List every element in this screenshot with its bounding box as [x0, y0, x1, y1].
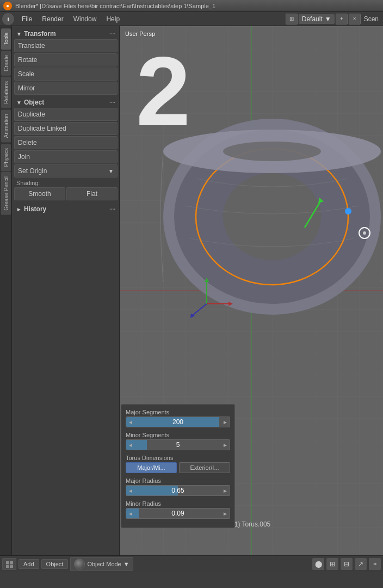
torus-dimensions-buttons: Major/Mi... Exterior/I... — [126, 462, 230, 473]
viewport-overlay-btn[interactable]: ⊞ — [326, 558, 338, 570]
torus-dimensions-field: Torus Dimensions Major/Mi... Exterior/I.… — [126, 455, 230, 473]
major-radius-slider[interactable]: ◄ 0.65 ► — [126, 485, 230, 496]
menu-window[interactable]: Window — [69, 14, 101, 24]
viewport-shade-btn[interactable]: ⬤ — [312, 558, 324, 570]
smooth-button[interactable]: Smooth — [14, 187, 65, 200]
vtab-relations[interactable]: Relations — [1, 77, 11, 108]
minor-radius-left-arrow-icon: ◄ — [128, 511, 133, 517]
flat-button[interactable]: Flat — [66, 187, 118, 200]
minor-segments-field: Minor Segments ◄ 5 ► — [126, 432, 230, 450]
torus-dimensions-label: Torus Dimensions — [126, 455, 230, 461]
screen-layout-icon[interactable]: ⊞ — [286, 14, 298, 24]
minor-segments-left-arrow-icon: ◄ — [128, 442, 133, 448]
vtab-animation[interactable]: Animation — [1, 109, 11, 142]
object-mode-dropdown[interactable]: Object Mode ▼ — [70, 557, 133, 571]
vtab-physics[interactable]: Physics — [1, 144, 11, 171]
svg-line-13 — [193, 304, 207, 315]
history-dots-icon: ···· — [109, 206, 115, 212]
info-icon[interactable]: i — [2, 13, 14, 25]
rotate-button[interactable]: Rotate — [14, 53, 118, 66]
minor-segments-label: Minor Segments — [126, 432, 230, 438]
major-mi-button[interactable]: Major/Mi... — [126, 462, 177, 473]
svg-point-5 — [223, 173, 321, 260]
duplicate-button[interactable]: Duplicate — [14, 108, 118, 121]
snap-btn[interactable]: ⊟ — [341, 558, 353, 570]
menu-file[interactable]: File — [17, 14, 36, 24]
minor-radius-field: Minor Radius ◄ 0.09 ► — [126, 500, 230, 519]
scene-label: Scen — [362, 15, 381, 23]
object-mode-sphere-icon — [74, 559, 85, 569]
object-dots-icon: ···· — [109, 100, 115, 106]
transform-dots-icon: ···· — [109, 31, 115, 37]
major-radius-left-arrow-icon: ◄ — [128, 488, 133, 494]
transform-arrow-icon: ▼ — [16, 31, 22, 37]
set-origin-dropdown[interactable]: Set Origin ▼ — [14, 164, 118, 177]
menubar: i File Render Window Help ⊞ Default ▼ + … — [0, 12, 383, 26]
panel-content: ▼ Transform ···· Translate Rotate Scale … — [12, 26, 120, 555]
minor-segments-slider[interactable]: ◄ 5 ► — [126, 439, 230, 450]
vtab-tools[interactable]: Tools — [1, 28, 11, 50]
svg-point-17 — [345, 208, 351, 215]
major-segments-label: Major Segments — [126, 409, 230, 415]
viewport-label: User Persp — [125, 30, 155, 37]
minor-segments-right-arrow-icon: ► — [223, 442, 228, 448]
object-header[interactable]: ▼ Object ···· — [14, 97, 118, 108]
torus-3d-view — [152, 53, 381, 369]
vtab-create[interactable]: Create — [1, 51, 11, 76]
vertical-tabs: Tools Create Relations Animation Physics… — [0, 26, 12, 555]
major-segments-right-arrow-icon: ► — [223, 419, 228, 425]
3d-viewport[interactable]: 2 User Persp — [120, 26, 383, 555]
menu-help[interactable]: Help — [102, 14, 124, 24]
minor-radius-label: Minor Radius — [126, 500, 230, 507]
history-arrow-icon: ► — [16, 206, 22, 212]
minor-radius-right-arrow-icon: ► — [223, 511, 228, 517]
scale-button[interactable]: Scale — [14, 68, 118, 81]
window-title: Blender* [D:\save Files here\bir contrac… — [15, 3, 215, 9]
exterior-button[interactable]: Exterior/I... — [179, 462, 230, 473]
add-screen-icon[interactable]: + — [336, 14, 348, 24]
major-radius-right-arrow-icon: ► — [223, 488, 228, 494]
set-origin-arrow-icon: ▼ — [108, 168, 114, 174]
pivot-btn[interactable]: ⌖ — [369, 558, 381, 570]
minor-radius-slider[interactable]: ◄ 0.09 ► — [126, 508, 230, 519]
object-name-label: (1) Torus.005 — [232, 520, 270, 528]
delete-button[interactable]: Delete — [14, 136, 118, 149]
join-button[interactable]: Join — [14, 150, 118, 163]
remove-screen-icon[interactable]: × — [349, 14, 361, 24]
svg-rect-22 — [6, 565, 9, 568]
shading-label: Shading: — [14, 179, 118, 187]
add-button[interactable]: Add — [18, 559, 39, 569]
titlebar: ● Blender* [D:\save Files here\bir contr… — [0, 0, 383, 12]
minor-segments-value: 5 — [176, 441, 180, 449]
vtab-grease-pencil[interactable]: Grease Pencil — [1, 172, 11, 215]
shading-buttons: Smooth Flat — [14, 187, 118, 201]
svg-point-8 — [223, 142, 321, 161]
svg-rect-20 — [6, 561, 9, 564]
transform-header[interactable]: ▼ Transform ···· — [14, 28, 118, 39]
operator-panel: Major Segments ◄ 200 ► Minor Segments ◄ … — [121, 404, 235, 528]
history-header[interactable]: ► History ···· — [14, 204, 118, 215]
svg-rect-23 — [10, 565, 13, 568]
major-segments-slider[interactable]: ◄ 200 ► — [126, 416, 230, 427]
view-icon-btn[interactable] — [2, 558, 16, 570]
mirror-button[interactable]: Mirror — [14, 82, 118, 95]
blender-logo-icon: ● — [3, 2, 12, 10]
menu-render[interactable]: Render — [38, 14, 67, 24]
major-segments-value: 200 — [172, 418, 183, 426]
svg-point-19 — [363, 231, 366, 235]
translate-button[interactable]: Translate — [14, 39, 118, 52]
layout-dropdown[interactable]: Default ▼ — [299, 14, 335, 24]
major-radius-field: Major Radius ◄ 0.65 ► — [126, 477, 230, 496]
major-radius-value: 0.65 — [171, 487, 184, 494]
major-radius-label: Major Radius — [126, 477, 230, 484]
mode-dropdown-arrow-icon: ▼ — [123, 561, 129, 567]
object-arrow-icon: ▼ — [16, 100, 22, 106]
history-section: ► History ···· — [14, 204, 118, 215]
object-button[interactable]: Object — [41, 559, 69, 569]
minor-radius-value: 0.09 — [171, 510, 184, 517]
transform-section: ▼ Transform ···· Translate Rotate Scale … — [14, 28, 118, 95]
transform-btn[interactable]: ↗ — [355, 558, 367, 570]
major-segments-left-arrow-icon: ◄ — [128, 419, 133, 425]
duplicate-linked-button[interactable]: Duplicate Linked — [14, 122, 118, 135]
svg-rect-21 — [10, 561, 13, 564]
